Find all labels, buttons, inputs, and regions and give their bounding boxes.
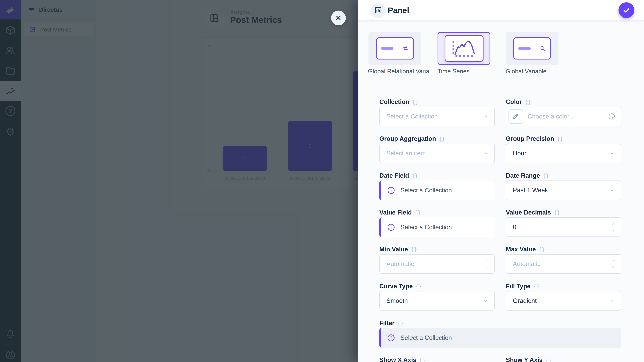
field-show-y-axis: Show Y Axis{} <box>506 356 621 362</box>
field-min-value: Min Value{} Automatic <box>379 246 495 274</box>
palette-icon[interactable] <box>608 113 616 120</box>
field-filter: Filter{} Select a Collection <box>379 319 621 348</box>
panel-type-label: Global Relational Varia... <box>368 68 435 75</box>
chevron-down-icon <box>610 228 616 232</box>
close-icon <box>335 14 342 22</box>
field-label: Group Aggregation <box>379 135 436 142</box>
field-label: Group Precision <box>506 135 554 142</box>
field-label: Fill Type <box>506 283 530 290</box>
panel-type-time-series[interactable] <box>438 32 490 65</box>
field-label: Curve Type <box>379 283 413 290</box>
chevron-down-icon <box>483 298 489 304</box>
field-label: Date Field <box>379 172 409 179</box>
color-swatch-button[interactable] <box>508 109 523 124</box>
section-divider <box>379 86 621 86</box>
raw-value-icon[interactable]: {} <box>411 246 417 253</box>
raw-value-icon[interactable]: {} <box>533 283 540 290</box>
variable-input-graphic <box>376 37 414 59</box>
field-show-x-axis: Show X Axis{} <box>379 356 495 362</box>
panel-type-global-relational-variable[interactable] <box>368 32 421 65</box>
curve-type-select[interactable]: Smooth <box>379 291 495 311</box>
raw-value-icon[interactable]: {} <box>414 209 421 216</box>
field-label: Filter <box>379 320 394 327</box>
number-stepper[interactable] <box>484 255 490 273</box>
panel-type-global-variable[interactable] <box>506 32 558 65</box>
chevron-up-icon <box>484 259 490 263</box>
raw-value-icon[interactable]: {} <box>557 136 563 142</box>
bar-chart-icon <box>370 2 386 18</box>
field-value-field: Value Field{} Select a Collection <box>379 209 495 237</box>
info-icon <box>387 223 396 232</box>
eyedropper-icon <box>512 113 519 120</box>
group-aggregation-select[interactable]: Select an item... <box>379 144 495 163</box>
chevron-up-icon <box>610 222 616 226</box>
dash-graphic <box>381 47 394 50</box>
field-label: Show X Axis <box>379 357 416 362</box>
number-stepper[interactable] <box>610 255 616 273</box>
field-color: Color{} Choose a color... <box>506 98 621 126</box>
search-icon <box>539 45 546 52</box>
field-label: Min Value <box>379 246 408 253</box>
raw-value-icon[interactable]: {} <box>538 246 545 253</box>
drawer-header: Panel <box>358 0 644 21</box>
raw-value-icon[interactable]: {} <box>412 99 418 105</box>
field-label: Color <box>506 98 522 105</box>
field-label: Collection <box>379 98 410 105</box>
field-curve-type: Curve Type{} Smooth <box>379 282 495 311</box>
chevron-down-icon <box>609 298 615 304</box>
fill-type-select[interactable]: Gradient <box>506 291 621 311</box>
screen: ? ⚙ Directus <box>0 0 644 362</box>
field-max-value: Max Value{} Automatic <box>506 246 621 274</box>
raw-value-icon[interactable]: {} <box>439 136 445 142</box>
field-label: Date Range <box>506 172 540 179</box>
raw-value-icon[interactable]: {} <box>397 320 404 326</box>
field-value-decimals: Value Decimals{} 0 <box>506 209 621 237</box>
time-series-graphic <box>444 35 484 62</box>
field-group-aggregation: Group Aggregation{} Select an item... <box>379 135 495 163</box>
dash-graphic <box>518 47 531 50</box>
field-fill-type: Fill Type{} Gradient <box>506 282 621 311</box>
chevron-down-icon <box>609 150 615 156</box>
date-field-notice: Select a Collection <box>379 180 495 200</box>
field-label: Max Value <box>506 246 536 253</box>
max-value-input[interactable]: Automatic <box>506 254 621 274</box>
swap-arrows-icon <box>402 45 409 52</box>
filter-notice: Select a Collection <box>379 328 621 348</box>
raw-value-icon[interactable]: {} <box>416 283 422 290</box>
panel-type-label: Global Variable <box>506 68 573 75</box>
field-date-field: Date Field{} Select a Collection <box>379 172 495 200</box>
field-label: Show Y Axis <box>506 357 542 362</box>
color-input[interactable]: Choose a color... <box>506 107 621 126</box>
chevron-up-icon <box>610 259 616 263</box>
group-precision-select[interactable]: Hour <box>506 144 621 163</box>
value-decimals-input[interactable]: 0 <box>506 217 621 237</box>
raw-value-icon[interactable]: {} <box>419 357 426 362</box>
raw-value-icon[interactable]: {} <box>545 357 552 362</box>
line-chart-icon <box>448 38 480 59</box>
field-group-precision: Group Precision{} Hour <box>506 135 621 163</box>
chevron-down-icon <box>484 265 490 269</box>
min-value-input[interactable]: Automatic <box>379 254 495 274</box>
collection-select[interactable]: Select a Collection <box>379 107 495 126</box>
chevron-down-icon <box>483 150 489 156</box>
panel-drawer: Panel <box>358 0 644 362</box>
panel-type-label: Time Series <box>438 68 505 75</box>
info-icon <box>387 334 396 342</box>
raw-value-icon[interactable]: {} <box>525 99 531 105</box>
field-collection: Collection{} Select a Collection <box>379 98 495 126</box>
field-label: Value Field <box>379 209 412 216</box>
chevron-down-icon <box>610 265 616 269</box>
save-button[interactable] <box>618 2 634 18</box>
date-range-select[interactable]: Past 1 Week <box>506 180 621 200</box>
close-drawer-button[interactable] <box>331 10 346 25</box>
drawer-title: Panel <box>388 0 409 21</box>
raw-value-icon[interactable]: {} <box>543 172 549 179</box>
field-label: Value Decimals <box>506 209 551 216</box>
field-date-range: Date Range{} Past 1 Week <box>506 172 621 200</box>
chevron-down-icon <box>609 187 615 193</box>
number-stepper[interactable] <box>610 218 616 237</box>
info-icon <box>387 186 396 195</box>
chevron-down-icon <box>483 113 489 119</box>
raw-value-icon[interactable]: {} <box>412 172 418 179</box>
raw-value-icon[interactable]: {} <box>554 209 560 216</box>
